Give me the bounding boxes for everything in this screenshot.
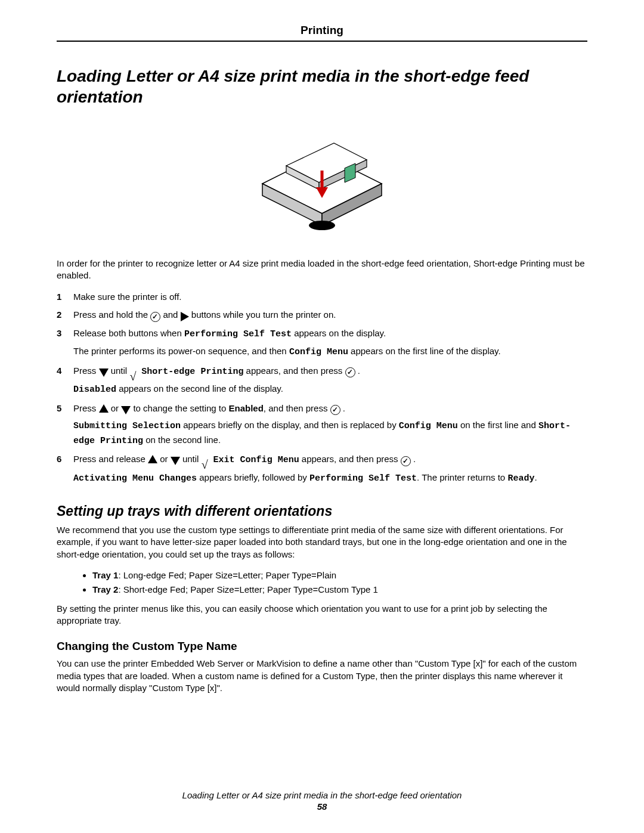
text-fragment: appears, and then press [246,366,345,376]
text-fragment: . [413,454,416,464]
display-message: Config Menu [399,421,458,431]
display-message: Performing Self Test [184,329,292,339]
step-number: 2 [57,308,65,322]
display-message: Activating Menu Changes [73,473,197,484]
arrow-up-icon [99,404,109,413]
check-circle-icon [330,405,340,415]
tray-text: : Long-edge Fed; Paper Size=Letter; Pape… [118,570,336,580]
display-message: Ready [507,473,534,484]
step-2: 2 Press and hold the and buttons while y… [57,308,587,322]
text-fragment: to change the setting to [133,403,228,413]
check-circle-icon [150,312,160,322]
step-4: 4 Press until √ Short-edge Printing appe… [57,364,587,397]
page-number: 58 [0,801,644,812]
display-message: Submitting Selection [73,421,181,431]
step-number: 5 [57,402,65,448]
display-message: Performing Self Test [309,473,417,484]
text-fragment: Press [73,366,99,376]
header-rule [57,41,587,42]
step-text: Press until √ Short-edge Printing appear… [73,364,587,397]
steps-list: 1 Make sure the printer is off. 2 Press … [57,290,587,486]
subheading-custom-type: Changing the Custom Type Name [57,640,587,653]
display-message: Disabled [73,385,116,395]
bold-term: Enabled [229,403,264,413]
tray-1-item: Tray 1: Long-edge Fed; Paper Size=Letter… [92,569,587,583]
text-fragment: Press and hold the [73,309,150,320]
text-fragment: appears briefly, followed by [197,472,309,482]
text-fragment: . [534,472,537,482]
step-text: Press and release or until √ Exit Config… [73,453,587,485]
trays-outro: By setting the printer menus like this, … [57,603,587,627]
step-1: 1 Make sure the printer is off. [57,290,587,304]
page-footer: Loading Letter or A4 size print media in… [0,790,644,812]
text-fragment: until [111,366,130,376]
text-fragment: Press [73,403,99,413]
text-fragment: . [358,366,360,376]
step-text: Press and hold the and buttons while you… [73,308,587,322]
text-fragment: Release both buttons when [73,328,184,338]
step-3: 3 Release both buttons when Performing S… [57,327,587,360]
text-fragment: appears on the display. [292,328,386,338]
display-message: Config Menu [289,347,348,357]
page-header-title: Printing [57,24,587,37]
trays-intro: We recommend that you use the custom typ… [57,524,587,561]
text-fragment: or [111,403,122,413]
text-fragment: on the second line. [143,435,221,445]
text-fragment: buttons while you turn the printer on. [191,309,336,320]
root-mark-icon: √ [129,367,136,378]
text-fragment: . [343,403,345,413]
text-fragment: or [160,454,171,464]
step-5: 5 Press or to change the setting to Enab… [57,402,587,448]
display-message: Exit Config Menu [208,455,299,465]
check-circle-icon [401,456,411,466]
text-fragment: appears briefly on the display, and then… [181,420,399,430]
step-text: Release both buttons when Performing Sel… [73,327,587,360]
step-number: 4 [57,364,65,397]
tray-text: : Short-edge Fed; Paper Size=Letter; Pap… [118,584,378,594]
tray-2-item: Tray 2: Short-edge Fed; Paper Size=Lette… [92,583,587,597]
footer-caption: Loading Letter or A4 size print media in… [182,790,462,800]
svg-point-9 [309,221,335,230]
arrow-down-icon [171,457,180,465]
subheading-trays: Setting up trays with different orientat… [57,503,587,519]
step-text: Press or to change the setting to Enable… [73,402,587,448]
text-fragment: appears on the first line of the display… [348,346,501,356]
text-fragment: . The printer returns to [417,472,507,482]
text-fragment: appears on the second line of the displa… [116,383,283,394]
main-heading: Loading Letter or A4 size print media in… [57,66,587,107]
arrow-up-icon [148,455,157,463]
root-mark-icon: √ [202,456,208,466]
display-message: Short-edge Printing [136,367,243,377]
text-fragment: until [182,454,202,464]
step-number: 1 [57,290,65,304]
text-fragment: The printer performs its power-on sequen… [73,346,289,356]
arrow-down-icon [121,406,131,414]
custom-type-text: You can use the printer Embedded Web Ser… [57,658,587,694]
tray-label: Tray 1 [92,570,118,580]
arrow-down-icon [99,368,109,377]
printer-tray-illustration [57,118,587,240]
text-fragment: Press and release [73,454,148,464]
text-fragment: on the first line and [458,420,538,430]
text-fragment: and [163,309,180,320]
text-fragment: , and then press [264,403,330,413]
step-6: 6 Press and release or until √ Exit Conf… [57,453,587,485]
step-text: Make sure the printer is off. [73,290,587,304]
step-number: 6 [57,453,65,485]
text-fragment: appears, and then press [302,454,401,464]
step-number: 3 [57,327,65,360]
intro-paragraph: In order for the printer to recognize le… [57,258,587,282]
tray-list: Tray 1: Long-edge Fed; Paper Size=Letter… [57,569,587,597]
tray-label: Tray 2 [92,584,118,594]
arrow-right-icon [181,312,189,321]
check-circle-icon [345,367,355,377]
